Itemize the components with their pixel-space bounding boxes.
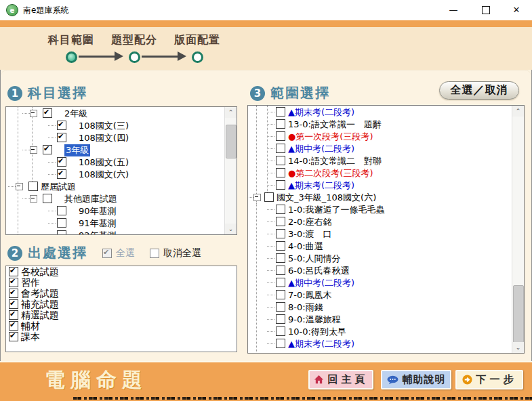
source-list-item[interactable]: 補充試題: [6, 299, 237, 310]
scrollbar-thumb[interactable]: [226, 125, 237, 159]
source-item-checkbox[interactable]: [9, 289, 18, 298]
tree-item-checkbox[interactable]: [264, 192, 274, 202]
source-list-item[interactable]: 課本: [6, 331, 237, 342]
tree-item-checkbox[interactable]: [276, 156, 285, 165]
tree-item[interactable]: 5-0:人間情分: [248, 252, 512, 264]
tree-item[interactable]: 歷屆試題: [6, 180, 225, 192]
source-item-checkbox[interactable]: [9, 321, 18, 331]
source-list-item[interactable]: 習作: [6, 277, 237, 288]
tree-item[interactable]: 91年基測: [6, 217, 225, 229]
tree-item-checkbox[interactable]: [276, 131, 285, 141]
tree-item[interactable]: 10-0:得到太早: [248, 325, 512, 337]
expand-collapse-icon[interactable]: [16, 183, 23, 190]
tree-item[interactable]: 92年基測: [6, 229, 225, 234]
tree-item[interactable]: 2年級: [6, 107, 225, 119]
tree-item-checkbox[interactable]: [57, 230, 66, 234]
tree-item[interactable]: 2-0:座右銘: [248, 215, 512, 228]
tree-item[interactable]: 108國文(三): [6, 119, 225, 131]
range-tree-scrollbar[interactable]: ⌃ ⌄: [512, 106, 524, 353]
tree-item[interactable]: 108國文(五): [6, 156, 225, 168]
select-all-checkbox[interactable]: 全選: [102, 247, 135, 259]
source-list-item[interactable]: 精選試題: [6, 310, 237, 320]
tree-item-checkbox[interactable]: [57, 133, 66, 142]
source-item-checkbox[interactable]: [9, 332, 18, 341]
tree-item-checkbox[interactable]: [276, 253, 285, 263]
tree-item-checkbox[interactable]: [276, 180, 285, 190]
tree-item[interactable]: ▲期末考(二段考): [248, 106, 512, 118]
tree-item-checkbox[interactable]: [57, 157, 66, 167]
tree-item-checkbox[interactable]: [276, 168, 285, 177]
source-item-checkbox[interactable]: [9, 278, 18, 287]
tree-item[interactable]: 3年級: [6, 144, 225, 156]
tree-item[interactable]: 90年基測: [6, 205, 225, 217]
source-item-checkbox[interactable]: [9, 299, 18, 309]
scroll-up-icon[interactable]: ⌃: [512, 106, 524, 117]
tree-item-checkbox[interactable]: [57, 218, 66, 228]
tree-item[interactable]: 7-0:鳳凰木: [248, 289, 512, 301]
tree-item-checkbox[interactable]: [28, 182, 38, 191]
next-step-button[interactable]: 下一步: [455, 370, 523, 389]
tree-item-checkbox[interactable]: [276, 229, 285, 238]
tree-item-checkbox[interactable]: [276, 241, 285, 251]
tree-item[interactable]: 108國文(六): [6, 168, 225, 180]
deselect-all-checkbox[interactable]: 取消全選: [150, 247, 201, 259]
tree-item[interactable]: 4-0:曲選: [248, 240, 512, 252]
home-button[interactable]: 回主頁: [308, 370, 373, 389]
tree-item-checkbox[interactable]: [276, 266, 285, 275]
tree-item[interactable]: ▲期末考(二段考): [248, 179, 512, 191]
tree-item[interactable]: 3-0:渡 口: [248, 228, 512, 240]
expand-collapse-icon[interactable]: [30, 146, 37, 154]
tree-item[interactable]: ●第二次段考(三段考): [248, 167, 512, 179]
tree-item-checkbox[interactable]: [276, 107, 285, 117]
tree-item[interactable]: 9-0:溫馨旅程: [248, 313, 512, 325]
scroll-up-icon[interactable]: ⌃: [225, 107, 237, 118]
deselect-all-checkbox-box[interactable]: [150, 249, 159, 258]
source-list-item[interactable]: 會考試題: [6, 288, 237, 299]
scroll-down-icon[interactable]: ⌄: [512, 342, 524, 353]
tree-item-checkbox[interactable]: [43, 194, 52, 203]
source-list-item[interactable]: 各校試題: [6, 266, 237, 277]
tree-item-checkbox[interactable]: [276, 314, 285, 324]
tree-item-checkbox[interactable]: [276, 205, 285, 214]
source-list-item[interactable]: 輔材: [6, 320, 237, 331]
select-toggle-button[interactable]: 全選／取消: [439, 81, 519, 100]
tree-item[interactable]: 國文_3年級_108國文(六): [248, 191, 512, 203]
tree-item-checkbox[interactable]: [276, 119, 285, 129]
expand-collapse-icon[interactable]: [30, 195, 37, 203]
tree-item-checkbox[interactable]: [276, 290, 285, 299]
scrollbar-thumb[interactable]: [513, 285, 524, 343]
tree-item[interactable]: 14-0:語文常識二 對聯: [248, 154, 512, 167]
tree-item[interactable]: 6-0:呂氏春秋選: [248, 264, 512, 276]
tree-item-checkbox[interactable]: [43, 108, 52, 118]
source-item-checkbox[interactable]: [9, 310, 18, 320]
tree-item[interactable]: ●第一次段考(三段考): [248, 130, 512, 142]
subject-tree-scrollbar[interactable]: ⌃ ⌄: [224, 107, 237, 234]
scroll-down-icon[interactable]: ⌄: [225, 224, 237, 234]
tree-item-checkbox[interactable]: [43, 145, 52, 154]
tree-item[interactable]: ▲期末考(二段考): [248, 337, 512, 350]
select-all-checkbox-box[interactable]: [102, 249, 112, 258]
expand-collapse-icon[interactable]: [253, 194, 261, 201]
tree-item-checkbox[interactable]: [276, 326, 285, 336]
expand-collapse-icon[interactable]: [30, 110, 37, 117]
tree-item-checkbox[interactable]: [276, 144, 285, 153]
tree-item-checkbox[interactable]: [276, 339, 285, 348]
maximize-button[interactable]: [474, 0, 497, 20]
close-button[interactable]: ✕: [505, 0, 528, 20]
tree-item-checkbox[interactable]: [57, 206, 66, 215]
tree-item[interactable]: 其他題庫試題: [6, 192, 225, 205]
minimize-button[interactable]: —: [442, 0, 465, 20]
tree-item-checkbox[interactable]: [276, 217, 285, 226]
tree-item-checkbox[interactable]: [57, 169, 66, 179]
tree-item[interactable]: 8-0:雨錢: [248, 301, 512, 313]
tree-item[interactable]: 13-0:語文常識一 題辭: [248, 118, 512, 130]
tree-item[interactable]: 1-0:我邂逅了一條毛毛蟲: [248, 203, 512, 215]
tree-item-checkbox[interactable]: [276, 278, 285, 287]
source-item-checkbox[interactable]: [9, 267, 18, 276]
tree-item[interactable]: 108國文(四): [6, 131, 225, 144]
tree-item-checkbox[interactable]: [276, 302, 285, 312]
tree-item-checkbox[interactable]: [57, 121, 66, 130]
tree-item[interactable]: ▲期中考(二段考): [248, 276, 512, 289]
tree-item[interactable]: ▲期中考(二段考): [248, 142, 512, 154]
help-button[interactable]: 輔助說明: [381, 370, 451, 389]
